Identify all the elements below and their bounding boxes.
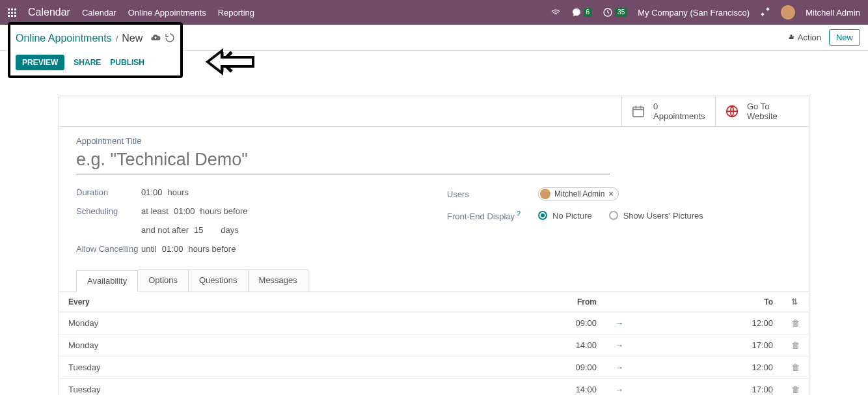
company-switcher[interactable]: My Company (San Francisco) [638, 8, 750, 18]
breadcrumb-current: New [122, 33, 142, 44]
chat-badge: 6 [584, 8, 593, 17]
remove-tag-icon[interactable]: × [608, 189, 613, 198]
cell-day: Monday [59, 312, 547, 334]
cancel-value[interactable]: 01:00 [162, 244, 183, 254]
help-icon[interactable]: ? [515, 210, 521, 217]
col-to: To [632, 292, 782, 312]
preview-button[interactable]: PREVIEW [16, 55, 64, 70]
activity-icon[interactable]: 35 [603, 7, 627, 18]
apps-icon[interactable] [8, 8, 16, 17]
avatar-icon [540, 189, 550, 199]
fed-label: Front-End Display ? [447, 210, 538, 221]
cell-to[interactable]: 12:00 [632, 357, 782, 379]
availability-table: Every From To ⇅ Monday09:00→12:00🗑Monday… [59, 292, 809, 395]
allow-cancel-label: Allow Cancelling [76, 244, 141, 254]
share-button[interactable]: SHARE [74, 58, 101, 67]
table-row[interactable]: Monday14:00→17:00🗑 [59, 334, 809, 357]
table-row[interactable]: Tuesday14:00→17:00🗑 [59, 379, 809, 396]
stat-goto-website[interactable]: Go To Website [715, 96, 809, 126]
radio-show-pictures[interactable] [609, 211, 618, 220]
nav-reporting[interactable]: Reporting [218, 8, 254, 18]
trash-icon[interactable]: 🗑 [791, 340, 800, 350]
cell-day: Monday [59, 334, 547, 357]
column-options-icon[interactable]: ⇅ [791, 297, 798, 306]
tab-availability[interactable]: Availability [76, 270, 138, 292]
globe-icon [725, 104, 739, 118]
tools-icon[interactable] [760, 7, 770, 19]
cell-day: Tuesday [59, 379, 547, 396]
sched-notafter-value[interactable]: 15 [194, 225, 203, 235]
nav-calendar[interactable]: Calendar [82, 8, 116, 18]
form-sheet: 0 Appointments Go To Website Appointment… [59, 96, 809, 395]
user-menu[interactable]: Mitchell Admin [806, 8, 860, 18]
calendar-icon [631, 104, 645, 118]
cell-from[interactable]: 14:00 [547, 379, 606, 396]
duration-value[interactable]: 01:00 [141, 187, 163, 197]
cell-from[interactable]: 09:00 [547, 312, 606, 334]
highlight-box: Online Appointments / New PREVIEW SHARE … [8, 22, 183, 78]
col-from: From [547, 292, 606, 312]
cell-to[interactable]: 17:00 [632, 379, 782, 396]
avatar[interactable] [781, 5, 795, 20]
action-menu[interactable]: Action [787, 33, 821, 42]
new-button[interactable]: New [829, 29, 860, 46]
user-tag[interactable]: Mitchell Admin × [538, 187, 619, 200]
col-every: Every [59, 292, 547, 312]
publish-button[interactable]: PUBLISH [110, 58, 144, 67]
arrow-right-icon: → [615, 340, 623, 350]
trash-icon[interactable]: 🗑 [791, 318, 800, 328]
arrow-right-icon: → [615, 318, 623, 328]
cell-to[interactable]: 17:00 [632, 334, 782, 357]
callout-arrow-icon [202, 46, 254, 80]
cloudsave-icon[interactable] [150, 33, 161, 45]
users-label: Users [447, 189, 538, 199]
svg-rect-1 [633, 107, 644, 117]
cell-day: Tuesday [59, 357, 547, 379]
trash-icon[interactable]: 🗑 [791, 385, 800, 394]
nav-online-appointments[interactable]: Online Appointments [128, 8, 206, 18]
arrow-right-icon: → [615, 385, 623, 394]
app-name: Calendar [28, 7, 70, 18]
discard-icon[interactable] [165, 33, 175, 45]
table-row[interactable]: Tuesday09:00→12:00🗑 [59, 357, 809, 379]
tab-questions[interactable]: Questions [189, 269, 249, 292]
breadcrumb: Online Appointments / New [16, 33, 175, 45]
arrow-right-icon: → [615, 362, 623, 372]
wifi-icon[interactable] [550, 7, 561, 18]
cell-from[interactable]: 14:00 [547, 334, 606, 357]
title-label: Appointment Title [76, 136, 792, 146]
scheduling-label: Scheduling [76, 206, 141, 216]
topbar: Calendar Calendar Online Appointments Re… [0, 0, 868, 25]
tab-options[interactable]: Options [138, 269, 189, 292]
cell-to[interactable]: 12:00 [632, 312, 782, 334]
trash-icon[interactable]: 🗑 [791, 362, 800, 372]
sched-atleast-value[interactable]: 01:00 [174, 206, 195, 216]
table-row[interactable]: Monday09:00→12:00🗑 [59, 312, 809, 334]
radio-no-picture[interactable] [538, 211, 547, 220]
tab-messages[interactable]: Messages [249, 269, 308, 292]
title-input[interactable] [76, 148, 610, 174]
breadcrumb-parent[interactable]: Online Appointments [16, 33, 112, 44]
stat-appointments[interactable]: 0 Appointments [621, 96, 715, 126]
activity-badge: 35 [615, 8, 627, 17]
chat-icon[interactable]: 6 [571, 7, 593, 18]
tabs: Availability Options Questions Messages [76, 269, 792, 292]
cell-from[interactable]: 09:00 [547, 357, 606, 379]
duration-label: Duration [76, 187, 141, 197]
